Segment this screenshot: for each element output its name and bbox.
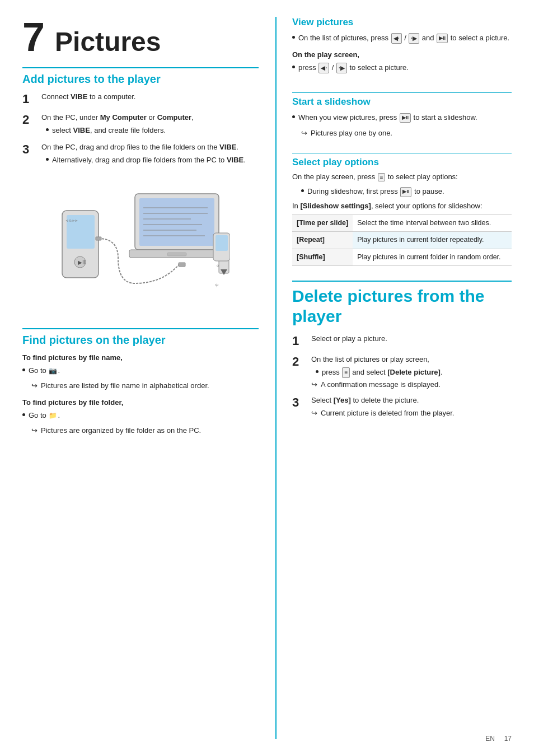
- chapter-title: Pictures: [55, 29, 161, 55]
- bullet-dot: [46, 128, 49, 131]
- delete-step-2-arrow-text: A confirmation message is displayed.: [321, 379, 441, 390]
- delete-step-3-number: 3: [292, 395, 305, 411]
- step-2-number: 2: [22, 112, 35, 128]
- view-play-screen-item: press ◀· / ·▶ to select a picture.: [292, 62, 512, 73]
- slideshow-options-table: [Time per slide] Select the time interva…: [292, 214, 512, 267]
- step-2-sub-text: select VIBE, and create file folders.: [52, 125, 166, 136]
- table-row-shuffle: [Shuffle] Play pictures in current folde…: [292, 249, 512, 266]
- find-by-name-list: Go to 📷.: [22, 365, 259, 376]
- view-pictures-section: View pictures On the list of pictures, p…: [292, 17, 512, 78]
- find-by-name-item-1: Go to 📷.: [22, 365, 259, 376]
- step-2-content: On the PC, under My Computer or Computer…: [41, 112, 259, 137]
- chapter-heading: 7 Pictures: [22, 17, 259, 57]
- svg-text:ψ: ψ: [217, 264, 219, 267]
- page-footer: EN 17: [485, 735, 512, 743]
- table-key-time: [Time per slide]: [292, 214, 353, 232]
- nav-next-icon-2: ·▶: [336, 63, 347, 73]
- play-pause-icon-3: ▶II: [400, 187, 411, 197]
- delete-step-1-content: Select or play a picture.: [311, 333, 512, 344]
- footer-page: 17: [504, 735, 512, 743]
- play-options-section: Select play options On the play screen, …: [292, 147, 512, 266]
- play-options-item-1: During slideshow, first press ▶II to pau…: [301, 186, 512, 197]
- view-play-screen-text: press ◀· / ·▶ to select a picture.: [298, 62, 409, 73]
- find-by-name-title: To find pictures by file name,: [22, 353, 259, 362]
- arrow-symbol-1: ↪: [31, 380, 38, 391]
- play-pause-icon: ▶II: [437, 34, 448, 44]
- bullet-dot-4: [22, 413, 25, 416]
- find-section-title: Find pictures on the player: [22, 328, 259, 347]
- slideshow-text-1: When you view pictures, press ▶II to sta…: [298, 112, 477, 123]
- delete-step-3-arrow: ↪ Current picture is deleted from the pl…: [311, 408, 512, 419]
- page-container: 7 Pictures Add pictures to the player 1 …: [0, 0, 534, 756]
- footer-lang: EN: [485, 735, 495, 743]
- bullet-dot-9: [316, 370, 318, 373]
- delete-step-1: 1 Select or play a picture.: [292, 333, 512, 349]
- find-pictures-section: Find pictures on the player To find pict…: [22, 319, 259, 436]
- chapter-number: 7: [22, 17, 45, 57]
- play-pause-icon-2: ▶II: [400, 113, 411, 123]
- slideshow-title: Start a slideshow: [292, 92, 512, 108]
- table-value-shuffle: Play pictures in current folder in rando…: [353, 249, 512, 266]
- nav-next-icon: ·▶: [409, 33, 419, 44]
- play-options-list: During slideshow, first press ▶II to pau…: [292, 186, 512, 197]
- find-by-folder-title: To find pictures by file folder,: [22, 398, 259, 407]
- diagram-svg: ▶II ⊲ 0:⊳⊳ ψ ψ: [51, 177, 230, 300]
- svg-rect-16: [96, 237, 101, 240]
- slideshow-item-1: When you view pictures, press ▶II to sta…: [292, 112, 512, 123]
- table-key-repeat: [Repeat]: [292, 232, 353, 249]
- arrow-symbol-3: ↪: [301, 128, 307, 139]
- play-options-title: Select play options: [292, 153, 512, 168]
- slideshow-list: When you view pictures, press ▶II to sta…: [292, 112, 512, 123]
- slideshow-arrow-text-1: Pictures play one by one.: [311, 128, 392, 139]
- nav-prev-icon: ◀·: [391, 33, 402, 44]
- table-row-time: [Time per slide] Select the time interva…: [292, 214, 512, 232]
- delete-step-2-number: 2: [292, 354, 305, 370]
- svg-rect-9: [167, 253, 186, 256]
- delete-title: Delete pictures from the player: [292, 281, 512, 326]
- folder-icon: 📁: [49, 410, 57, 421]
- delete-step-2-sub-text-1: press ≡ and select [Delete picture].: [322, 367, 443, 378]
- view-section-title: View pictures: [292, 17, 512, 28]
- delete-step-3: 3 Select [Yes] to delete the picture. ↪ …: [292, 395, 512, 419]
- left-column: 7 Pictures Add pictures to the player 1 …: [22, 17, 259, 739]
- table-value-time: Select the time interval between two sli…: [353, 214, 512, 232]
- step-1-number: 1: [22, 91, 35, 108]
- find-by-name-arrow-1: ↪ Pictures are listed by file name in al…: [31, 380, 259, 391]
- svg-rect-1: [139, 198, 214, 246]
- step-3: 3 On the PC, drag and drop files to the …: [22, 142, 259, 167]
- add-pictures-section: Add pictures to the player 1 Connect VIB…: [22, 67, 259, 310]
- play-options-settings-intro: In [Slideshow settings], select your opt…: [292, 202, 512, 210]
- delete-section: Delete pictures from the player 1 Select…: [292, 275, 512, 426]
- step-3-sub-item: Alternatively, drag and drop file folder…: [46, 155, 259, 166]
- step-3-number: 3: [22, 142, 35, 158]
- table-value-repeat: Play pictures in current folder repeated…: [353, 232, 512, 249]
- bullet-dot-2: [46, 158, 49, 161]
- view-item-1: On the list of pictures, press ◀· / ·▶ a…: [292, 32, 512, 44]
- svg-text:▶II: ▶II: [78, 259, 86, 265]
- find-by-folder-text-1: Go to 📁.: [29, 410, 60, 421]
- bullet-dot-8: [301, 189, 304, 192]
- step-2: 2 On the PC, under My Computer or Comput…: [22, 112, 259, 137]
- arrow-symbol-2: ↪: [31, 425, 38, 436]
- step-3-sub: Alternatively, drag and drop file folder…: [46, 155, 259, 166]
- view-list: On the list of pictures, press ◀· / ·▶ a…: [292, 32, 512, 44]
- right-column: View pictures On the list of pictures, p…: [275, 17, 512, 739]
- view-play-screen-list: press ◀· / ·▶ to select a picture.: [292, 62, 512, 73]
- play-options-text-1: During slideshow, first press ▶II to pau…: [307, 186, 444, 197]
- arrow-symbol-4: ↪: [311, 379, 317, 390]
- view-play-screen-title: On the play screen,: [292, 50, 512, 59]
- add-steps-list: 1 Connect VIBE to a computer. 2 On the P…: [22, 91, 259, 167]
- step-3-content: On the PC, drag and drop files to the fi…: [41, 142, 259, 167]
- bullet-dot-5: [292, 36, 295, 39]
- step-2-sub: select VIBE, and create file folders.: [46, 125, 259, 136]
- add-section-title: Add pictures to the player: [22, 67, 259, 86]
- delete-step-2-content: On the list of pictures or play screen, …: [311, 354, 512, 390]
- delete-step-2-sub: press ≡ and select [Delete picture].: [316, 367, 512, 378]
- step-2-sub-item: select VIBE, and create file folders.: [46, 125, 259, 136]
- nav-prev-icon-2: ◀·: [318, 63, 329, 73]
- svg-rect-21: [216, 235, 228, 251]
- find-by-folder-item-1: Go to 📁.: [22, 410, 259, 421]
- delete-step-3-arrow-text: Current picture is deleted from the play…: [321, 408, 454, 419]
- menu-icon-2: ≡: [342, 367, 349, 378]
- find-by-name-text-1: Go to 📷.: [29, 365, 60, 376]
